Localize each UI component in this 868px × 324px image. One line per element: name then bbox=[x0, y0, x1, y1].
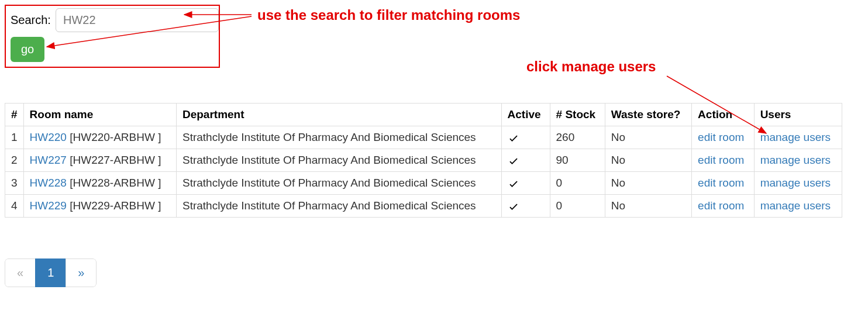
cell-users: manage users bbox=[754, 149, 842, 172]
edit-room-link[interactable]: edit room bbox=[698, 154, 744, 166]
cell-active bbox=[501, 172, 550, 195]
cell-num: 3 bbox=[5, 172, 24, 195]
table-row: 1HW220 [HW220-ARBHW ]Strathclyde Institu… bbox=[5, 126, 842, 149]
cell-department: Strathclyde Institute Of Pharmacy And Bi… bbox=[176, 126, 501, 149]
cell-action: edit room bbox=[692, 149, 755, 172]
room-link[interactable]: HW228 bbox=[30, 177, 67, 189]
col-num: # bbox=[5, 104, 24, 126]
cell-action: edit room bbox=[692, 126, 755, 149]
cell-num: 4 bbox=[5, 195, 24, 218]
room-code: [HW220-ARBHW ] bbox=[67, 131, 161, 143]
search-row: Search: bbox=[11, 8, 214, 32]
table-header-row: # Room name Department Active # Stock Wa… bbox=[5, 104, 842, 126]
edit-room-link[interactable]: edit room bbox=[698, 177, 744, 189]
rooms-table: # Room name Department Active # Stock Wa… bbox=[5, 103, 842, 218]
col-users: Users bbox=[754, 104, 842, 126]
room-code: [HW227-ARBHW ] bbox=[67, 154, 161, 166]
cell-department: Strathclyde Institute Of Pharmacy And Bi… bbox=[176, 149, 501, 172]
cell-users: manage users bbox=[754, 172, 842, 195]
col-department: Department bbox=[176, 104, 501, 126]
cell-num: 1 bbox=[5, 126, 24, 149]
search-input[interactable] bbox=[56, 8, 219, 32]
check-icon bbox=[508, 201, 519, 212]
room-link[interactable]: HW229 bbox=[30, 199, 67, 212]
cell-action: edit room bbox=[692, 172, 755, 195]
check-icon bbox=[508, 132, 519, 144]
cell-users: manage users bbox=[754, 195, 842, 218]
col-active: Active bbox=[501, 104, 550, 126]
cell-num: 2 bbox=[5, 149, 24, 172]
search-box: Search: go bbox=[5, 5, 220, 68]
cell-room-name: HW229 [HW229-ARBHW ] bbox=[23, 195, 176, 218]
go-button[interactable]: go bbox=[11, 37, 44, 62]
cell-room-name: HW227 [HW227-ARBHW ] bbox=[23, 149, 176, 172]
pagination-page-1[interactable]: 1 bbox=[35, 258, 66, 287]
table-row: 4HW229 [HW229-ARBHW ]Strathclyde Institu… bbox=[5, 195, 842, 218]
cell-active bbox=[501, 149, 550, 172]
check-icon bbox=[508, 155, 519, 167]
cell-department: Strathclyde Institute Of Pharmacy And Bi… bbox=[176, 172, 501, 195]
cell-room-name: HW228 [HW228-ARBHW ] bbox=[23, 172, 176, 195]
pagination-next[interactable]: » bbox=[66, 258, 97, 287]
cell-waste: No bbox=[605, 149, 691, 172]
cell-waste: No bbox=[605, 126, 691, 149]
room-link[interactable]: HW227 bbox=[30, 154, 67, 166]
cell-stock: 90 bbox=[550, 149, 605, 172]
manage-users-link[interactable]: manage users bbox=[760, 154, 831, 166]
cell-active bbox=[501, 195, 550, 218]
col-waste: Waste store? bbox=[605, 104, 691, 126]
search-label: Search: bbox=[11, 13, 51, 27]
cell-active bbox=[501, 126, 550, 149]
cell-stock: 260 bbox=[550, 126, 605, 149]
col-action: Action bbox=[692, 104, 755, 126]
cell-users: manage users bbox=[754, 126, 842, 149]
cell-stock: 0 bbox=[550, 195, 605, 218]
edit-room-link[interactable]: edit room bbox=[698, 131, 744, 143]
table-row: 2HW227 [HW227-ARBHW ]Strathclyde Institu… bbox=[5, 149, 842, 172]
cell-department: Strathclyde Institute Of Pharmacy And Bi… bbox=[176, 195, 501, 218]
room-link[interactable]: HW220 bbox=[30, 131, 67, 143]
col-stock: # Stock bbox=[550, 104, 605, 126]
cell-stock: 0 bbox=[550, 172, 605, 195]
room-code: [HW229-ARBHW ] bbox=[67, 199, 161, 212]
cell-waste: No bbox=[605, 172, 691, 195]
cell-action: edit room bbox=[692, 195, 755, 218]
check-icon bbox=[508, 178, 519, 189]
manage-users-link[interactable]: manage users bbox=[760, 131, 831, 143]
cell-room-name: HW220 [HW220-ARBHW ] bbox=[23, 126, 176, 149]
pagination-prev[interactable]: « bbox=[5, 258, 36, 287]
annotation-search-hint: use the search to filter matching rooms bbox=[257, 7, 520, 23]
manage-users-link[interactable]: manage users bbox=[760, 177, 831, 189]
table-row: 3HW228 [HW228-ARBHW ]Strathclyde Institu… bbox=[5, 172, 842, 195]
manage-users-link[interactable]: manage users bbox=[760, 199, 831, 212]
col-room-name: Room name bbox=[23, 104, 176, 126]
pagination: « 1 » bbox=[5, 258, 97, 287]
edit-room-link[interactable]: edit room bbox=[698, 199, 744, 212]
annotation-manage-hint: click manage users bbox=[526, 58, 656, 75]
room-code: [HW228-ARBHW ] bbox=[67, 177, 161, 189]
cell-waste: No bbox=[605, 195, 691, 218]
